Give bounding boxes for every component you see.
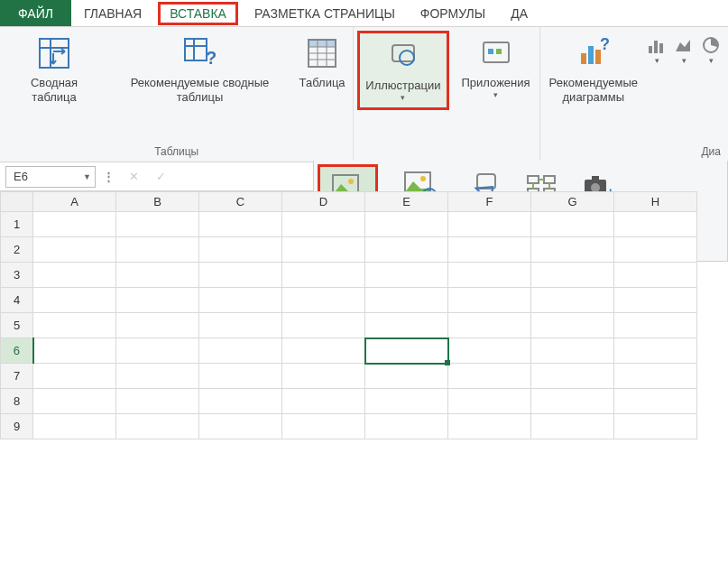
group-charts: ? Рекомендуемые диаграммы Диа bbox=[540, 27, 728, 162]
chart-type-3[interactable] bbox=[697, 31, 724, 69]
svg-rect-20 bbox=[588, 46, 594, 64]
highlight-insert: ВСТАВКА bbox=[158, 2, 238, 25]
recommended-charts-button[interactable]: ? Рекомендуемые диаграммы bbox=[544, 31, 643, 109]
tab-page-layout[interactable]: РАЗМЕТКА СТРАНИЦЫ bbox=[242, 0, 408, 26]
group-illustrations-btn: Иллюстрации bbox=[354, 27, 452, 162]
recommended-charts-icon: ? bbox=[575, 34, 613, 72]
ribbon-tabs: ФАЙЛ ГЛАВНАЯ ВСТАВКА РАЗМЕТКА СТРАНИЦЫ Ф… bbox=[0, 0, 728, 27]
svg-rect-25 bbox=[659, 43, 663, 53]
svg-text:?: ? bbox=[600, 37, 610, 53]
chart-type-1[interactable] bbox=[643, 31, 670, 69]
svg-point-28 bbox=[348, 179, 354, 184]
worksheet[interactable]: A B C D E F G H 1 2 3 4 5 6 7 8 9 bbox=[0, 191, 728, 439]
row-header[interactable]: 9 bbox=[1, 414, 33, 439]
svg-rect-8 bbox=[309, 40, 336, 47]
tab-data[interactable]: ДА bbox=[498, 0, 528, 26]
pie-chart-icon bbox=[700, 34, 722, 56]
enter-button: ✓ bbox=[149, 166, 172, 188]
area-chart-icon bbox=[673, 34, 695, 56]
row-header[interactable]: 3 bbox=[1, 263, 33, 288]
table-icon bbox=[303, 34, 341, 72]
illustrations-dropdown[interactable]: Иллюстрации bbox=[357, 31, 448, 110]
apps-dropdown[interactable]: Приложения bbox=[456, 31, 536, 105]
svg-rect-42 bbox=[592, 176, 599, 180]
pivot-table-icon bbox=[35, 34, 73, 72]
svg-rect-3 bbox=[185, 39, 207, 60]
group-charts-label: Диа bbox=[701, 143, 724, 160]
group-apps: Приложения bbox=[453, 27, 540, 162]
name-box-value: E6 bbox=[14, 170, 28, 183]
row-header[interactable]: 5 bbox=[1, 313, 33, 338]
ribbon: Сводная таблица ? Рекомендуемые сводные … bbox=[0, 27, 728, 162]
chart-type-2[interactable] bbox=[670, 31, 697, 69]
svg-rect-19 bbox=[581, 53, 586, 64]
cancel-button: ✕ bbox=[122, 166, 145, 188]
svg-rect-14 bbox=[392, 45, 414, 61]
select-all-corner[interactable] bbox=[1, 192, 33, 212]
col-header[interactable]: D bbox=[282, 192, 365, 212]
col-header[interactable]: H bbox=[614, 192, 697, 212]
illustrations-icon bbox=[384, 37, 422, 75]
svg-rect-18 bbox=[496, 49, 502, 54]
apps-icon bbox=[477, 34, 515, 72]
svg-point-15 bbox=[400, 51, 414, 65]
group-tables-label: Таблицы bbox=[154, 143, 198, 160]
pivot-table-button[interactable]: Сводная таблица bbox=[4, 31, 105, 109]
svg-rect-37 bbox=[528, 176, 539, 183]
svg-rect-23 bbox=[649, 46, 652, 53]
recommended-pivot-button[interactable]: ? Рекомендуемые сводные таблицы bbox=[105, 31, 295, 109]
col-header[interactable]: B bbox=[116, 192, 199, 212]
illustrations-label: Иллюстрации bbox=[365, 79, 440, 93]
recommended-charts-label: Рекомендуемые диаграммы bbox=[549, 76, 638, 106]
group-tables: Сводная таблица ? Рекомендуемые сводные … bbox=[0, 27, 354, 162]
name-box[interactable]: E6 ▼ bbox=[5, 166, 96, 188]
svg-rect-24 bbox=[654, 41, 658, 53]
row-header[interactable]: 7 bbox=[1, 364, 33, 389]
col-header[interactable]: F bbox=[448, 192, 531, 212]
tab-insert[interactable]: ВСТАВКА bbox=[154, 0, 242, 26]
row-header[interactable]: 8 bbox=[1, 389, 33, 414]
col-header[interactable]: G bbox=[531, 192, 614, 212]
col-header[interactable]: C bbox=[199, 192, 282, 212]
svg-rect-17 bbox=[488, 49, 493, 54]
col-header[interactable]: E bbox=[365, 192, 448, 212]
apps-label: Приложения bbox=[462, 76, 530, 90]
row-header[interactable]: 2 bbox=[1, 237, 33, 263]
recommended-pivot-icon: ? bbox=[180, 34, 218, 72]
tab-formulas[interactable]: ФОРМУЛЫ bbox=[408, 0, 498, 26]
row-header[interactable]: 6 bbox=[1, 338, 33, 364]
table-button[interactable]: Таблица bbox=[295, 31, 350, 94]
table-label: Таблица bbox=[299, 76, 346, 90]
svg-rect-38 bbox=[544, 176, 555, 183]
separator-icon: ⋮ bbox=[99, 170, 118, 183]
svg-point-32 bbox=[420, 176, 426, 181]
pivot-table-label: Сводная таблица bbox=[9, 76, 99, 106]
row-header[interactable]: 1 bbox=[1, 212, 33, 237]
chevron-down-icon: ▼ bbox=[83, 172, 91, 181]
active-cell[interactable] bbox=[365, 338, 448, 364]
tab-home[interactable]: ГЛАВНАЯ bbox=[71, 0, 154, 26]
col-header[interactable]: A bbox=[33, 192, 116, 212]
row-header[interactable]: 4 bbox=[1, 288, 33, 313]
cells-grid[interactable]: A B C D E F G H 1 2 3 4 5 6 7 8 9 bbox=[0, 191, 697, 439]
bar-chart-icon bbox=[646, 34, 668, 56]
svg-text:?: ? bbox=[206, 48, 216, 68]
tab-file[interactable]: ФАЙЛ bbox=[0, 0, 71, 26]
recommended-pivot-label: Рекомендуемые сводные таблицы bbox=[110, 76, 290, 106]
